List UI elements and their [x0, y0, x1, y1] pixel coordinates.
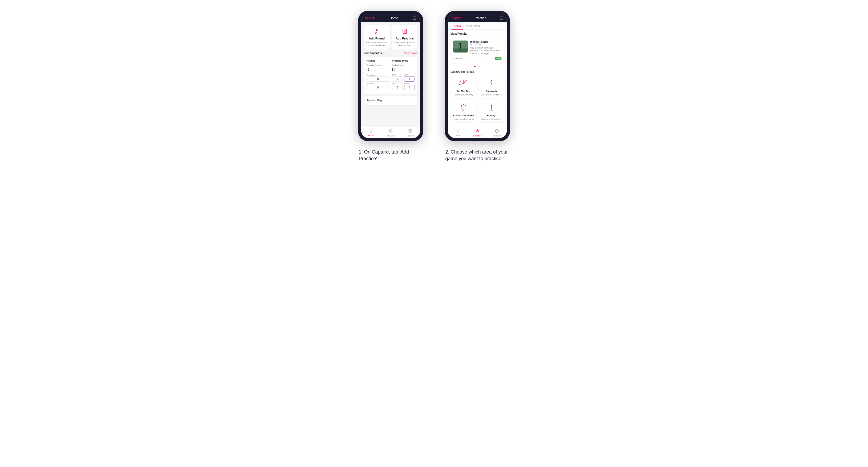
- phone-section-2: clippd Practice ☰ Drills Favourites Most…: [445, 11, 510, 162]
- skill-grid: Off The Tee Power and accuracy: [451, 76, 504, 122]
- drills-sub-stats-row2: ARG 0 PUTT 4: [392, 83, 415, 90]
- tournament-stat: Tournament 0: [367, 74, 390, 82]
- svg-line-36: [477, 131, 478, 131]
- practice-icon: [401, 28, 408, 35]
- menu-icon-2[interactable]: ☰: [500, 16, 503, 20]
- approach-svg-icon: [486, 79, 497, 88]
- drills-capture-label: Drills Capture: [392, 64, 415, 66]
- arg-stat: ARG 0: [392, 83, 403, 90]
- atg-icon-area: [457, 102, 470, 113]
- svg-point-0: [375, 33, 377, 34]
- atg-desc: Hone your short game: [453, 118, 474, 120]
- top-bar-2: clippd Practice ☰: [448, 14, 507, 22]
- practice-stat-row: Practice 0: [367, 83, 390, 90]
- phone-frame-1: clippd Home ☰: [358, 11, 423, 141]
- ott-stat: OTT 0: [392, 74, 403, 82]
- svg-point-25: [491, 84, 492, 85]
- ott-name: Off The Tee: [457, 90, 470, 93]
- nav-home-1[interactable]: ⌂ Home: [361, 129, 381, 137]
- home-nav-label-1: Home: [368, 134, 374, 136]
- drill-footer: ○ 9 shots APP: [453, 57, 501, 60]
- dot-2: [477, 66, 478, 67]
- app-badge: APP: [495, 57, 501, 60]
- nav-activities-2[interactable]: Activities: [468, 129, 487, 137]
- svg-marker-2: [376, 29, 378, 31]
- practice-label: Practice: [367, 83, 390, 85]
- drills-col: Practice Drills Drills Capture 8 OTT 0: [392, 59, 415, 91]
- drills-capture-value: 8: [392, 67, 415, 72]
- bottom-nav-2: ⌂ Home Activities: [448, 127, 507, 138]
- star-icon: ☆: [499, 40, 501, 43]
- golfer-thumbnail-svg: [453, 40, 468, 53]
- nav-capture-2[interactable]: Capture: [487, 129, 507, 137]
- nav-capture-1[interactable]: Capture: [400, 129, 420, 137]
- nav-home-2[interactable]: ⌂ Home: [448, 129, 468, 137]
- add-round-card[interactable]: Add Round Record your shots fast or enha…: [364, 25, 390, 50]
- add-practice-card[interactable]: Add Practice Capture your practice off-t…: [392, 25, 418, 50]
- add-round-desc: Record your shots fast or enhanced mode: [366, 41, 388, 47]
- capture-nav-icon-2: [495, 129, 499, 134]
- tournament-value: 0: [367, 76, 390, 82]
- activities-nav-label-1: Activities: [386, 135, 395, 137]
- putt-label: PUTT: [404, 83, 415, 85]
- practice-value: 0: [367, 85, 390, 90]
- skill-card-putting[interactable]: Putting Make and lag practice: [478, 100, 504, 122]
- app-label: APP: [404, 74, 415, 76]
- featured-drill-card[interactable]: Wedge Ladder ☆ 50–100 yds Play 1 shot at…: [451, 38, 504, 63]
- add-practice-title: Add Practice: [396, 37, 413, 40]
- skill-card-ott[interactable]: Off The Tee Power and accuracy: [451, 76, 476, 98]
- golf-bag-label: My Golf Bag: [367, 99, 382, 102]
- home-nav-label-2: Home: [455, 134, 460, 136]
- svg-point-14: [459, 43, 461, 45]
- putting-name: Putting: [487, 114, 495, 117]
- top-bar-1: clippd Home ☰: [361, 14, 420, 22]
- caption-2: 2. Choose which area of your game you wa…: [445, 149, 509, 162]
- ott-desc: Power and accuracy: [454, 94, 473, 96]
- home-nav-icon-2: ⌂: [456, 129, 459, 133]
- atg-svg-icon: [458, 103, 469, 113]
- logo-2: clippd: [452, 16, 461, 20]
- svg-point-4: [404, 30, 405, 31]
- capture-nav-icon-1: [408, 129, 412, 134]
- tab-favourites[interactable]: Favourites: [463, 22, 482, 30]
- stats-row: Rounds Rounds Capture 0 Tournament 0: [367, 59, 415, 91]
- capture-nav-label-1: Capture: [407, 135, 414, 137]
- atg-name: Around The Green: [453, 114, 474, 117]
- tournament-label: Tournament: [367, 74, 390, 76]
- carousel-dots: [451, 66, 504, 67]
- rounds-capture-value: 0: [367, 67, 390, 72]
- nav-activities-1[interactable]: Activities: [381, 129, 401, 137]
- logo-1: clippd: [365, 16, 375, 20]
- skill-card-approach[interactable]: Approach Dial-in to hit the green: [478, 76, 504, 98]
- tab-drills[interactable]: Drills: [452, 22, 463, 30]
- phone-screen-2: clippd Practice ☰ Drills Favourites Most…: [448, 14, 507, 138]
- svg-point-32: [491, 105, 492, 106]
- action-cards: Add Round Record your shots fast or enha…: [364, 25, 417, 50]
- skill-card-atg[interactable]: Around The Green Hone your short game: [451, 100, 476, 122]
- ott-icon-area: [457, 78, 470, 89]
- shots-icon: ○: [453, 57, 455, 60]
- activities-nav-icon-1: [389, 129, 393, 134]
- dot-1: [474, 66, 475, 67]
- my-golf-bag-item[interactable]: My Golf Bag ›: [364, 96, 417, 105]
- drill-name: Wedge Ladder: [470, 40, 488, 43]
- caption-1: 1. On Capture, tap 'Add Practice'.: [359, 149, 423, 162]
- rounds-heading: Rounds: [367, 59, 390, 63]
- last-3-months-label: Last 3 Months: [364, 52, 382, 55]
- drills-heading: Practice Drills: [392, 59, 415, 63]
- stats-section-header: Last 3 Months View Activity: [364, 52, 417, 55]
- putt-stat: PUTT 4: [404, 83, 415, 90]
- view-activity-link[interactable]: View Activity: [404, 52, 417, 54]
- putting-svg-icon: [486, 103, 497, 113]
- approach-name: Approach: [486, 90, 497, 93]
- menu-icon-1[interactable]: ☰: [413, 16, 416, 20]
- add-practice-desc: Capture your practice off-the-course: [394, 41, 415, 47]
- shots-count: ○ 9 shots: [453, 57, 462, 60]
- arg-value: 0: [392, 85, 403, 90]
- drill-info: Wedge Ladder ☆ 50–100 yds Play 1 shot at…: [470, 40, 501, 55]
- rounds-sub-stats: Tournament 0: [367, 74, 390, 82]
- capture-nav-label-2: Capture: [493, 135, 501, 137]
- putting-icon-area: [485, 102, 498, 113]
- phone-frame-2: clippd Practice ☰ Drills Favourites Most…: [445, 11, 510, 141]
- header-title-1: Home: [390, 16, 398, 20]
